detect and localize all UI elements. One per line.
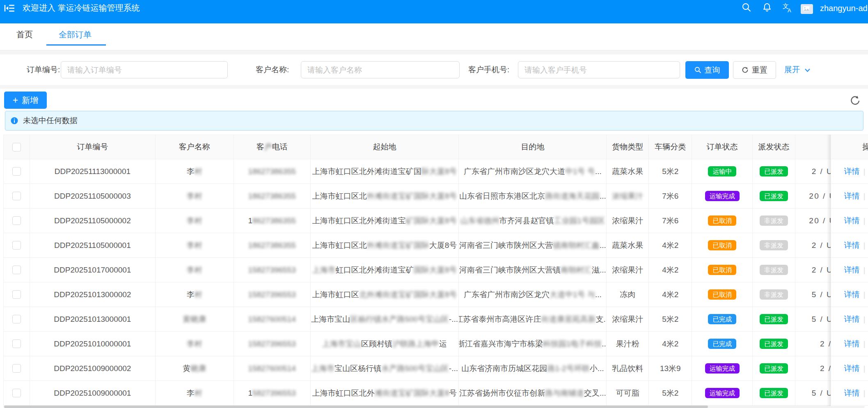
table-row: DDP20251013000001黄晓康15827600514上海市宝山区杨行镇… — [3, 307, 865, 332]
col-order-status: 订单状态 — [692, 135, 753, 159]
col-destination: 目的地 — [459, 135, 607, 159]
table-row: DDP20251010000001李村15827396553上海市宝山区顾村镇沪… — [3, 332, 865, 356]
cell-cargo-type: 乳品饮料 — [607, 356, 649, 380]
detail-link[interactable]: 详情 — [844, 289, 860, 300]
ops-divider: | — [863, 266, 866, 275]
detail-link[interactable]: 详情 — [844, 191, 860, 202]
cell-vehicle-class: 5米2 — [649, 307, 692, 331]
row-checkbox[interactable] — [12, 167, 21, 176]
dispatch-status-badge: 已派发 — [760, 363, 788, 374]
orders-table: 订单编号 客户名称 客户电话 起始地 目的地 货物类型 车辆分类 订单状态 派发… — [3, 135, 865, 406]
detail-link[interactable]: 详情 — [844, 388, 860, 399]
cell-destination: 浙江省嘉兴市海宁市栋梁科技园1电子科技... — [459, 332, 607, 356]
cell-vehicle-class: 4米2 — [649, 233, 692, 257]
background-gap-2 — [0, 85, 868, 89]
order-status-badge: 已取消 — [708, 215, 736, 226]
refresh-icon[interactable] — [850, 95, 861, 106]
add-button[interactable]: +新增 — [4, 92, 47, 109]
svg-text:A: A — [788, 7, 791, 14]
filter-label-customer-phone: 客户手机号: — [468, 55, 509, 85]
customer-name-input[interactable]: 请输入客户名称 — [301, 61, 460, 78]
cell-origin: 上海市虹口区北外滩街道宝矿国际大厦8号 — [311, 381, 459, 405]
detail-link[interactable]: 详情 — [844, 314, 860, 325]
ops-row: 详情|删除 — [831, 282, 868, 307]
ops-row: 详情|删除 — [831, 332, 868, 356]
expand-toggle[interactable]: 展开 — [784, 55, 811, 85]
order-status-badge: 运输中 — [708, 166, 736, 176]
row-checkbox[interactable] — [12, 315, 21, 323]
tab-home[interactable]: 首页 — [16, 23, 33, 46]
ops-row: 详情|删除 — [831, 381, 868, 406]
row-checkbox[interactable] — [12, 241, 21, 250]
username[interactable]: zhangyun-admin — [820, 0, 868, 16]
row-checkbox[interactable] — [12, 216, 21, 225]
row-checkbox[interactable] — [12, 192, 21, 200]
select-all-checkbox[interactable] — [12, 143, 21, 151]
ops-divider: | — [863, 192, 866, 201]
ops-divider: | — [863, 339, 866, 348]
detail-link[interactable]: 详情 — [844, 265, 860, 275]
cell-customer-phone: 15827600514 — [234, 307, 311, 331]
col-customer-name: 客户名称 — [156, 135, 234, 159]
cell-customer-name: 李村 — [156, 381, 234, 405]
row-checkbox[interactable] — [12, 266, 21, 274]
cell-customer-name: 李村 — [156, 332, 234, 356]
detail-link[interactable]: 详情 — [844, 240, 860, 251]
user-avatar[interactable] — [801, 4, 813, 14]
cell-order-no: DDP20251017000001 — [30, 258, 156, 282]
customer-phone-input[interactable]: 请输入客户手机号 — [518, 61, 680, 78]
cell-customer-phone: 15827600514 — [234, 356, 311, 380]
row-checkbox[interactable] — [12, 364, 21, 373]
search-button[interactable]: 查询 — [685, 61, 729, 79]
cell-destination: 河南省三门峡市陕州区大营镇南朝村汇鑫... — [459, 233, 607, 257]
cell-cargo-type: 浓缩果汁 — [607, 184, 649, 208]
filter-label-order-no: 订单编号: — [27, 55, 60, 85]
top-header-bar: 欢迎进入 掌运冷链运输管理系统 文A zhangyun-admin — [0, 0, 868, 23]
cell-destination: 广东省广州市南沙区龙穴大道中1号 号... — [459, 159, 607, 183]
cell-order-no: DDP20251013000001 — [30, 307, 156, 331]
reset-button[interactable]: 重置 — [733, 61, 776, 79]
cell-cargo-type: 浓缩果汁 — [607, 258, 649, 282]
tab-bar: 首页 全部订单 — [0, 23, 868, 50]
detail-link[interactable]: 详情 — [844, 166, 860, 177]
horizontal-scrollbar-thumb[interactable] — [4, 406, 708, 408]
order-no-input[interactable]: 请输入订单编号 — [61, 61, 228, 78]
cell-origin: 上海市宝山区杨行镇水产路500号宝山区-... — [311, 307, 459, 331]
cell-customer-name: 李村 — [156, 159, 234, 183]
notification-bell-icon[interactable] — [762, 2, 772, 13]
cell-order-no: DDP20251013000002 — [30, 282, 156, 307]
cell-vehicle-class: 5米2 — [649, 159, 692, 183]
col-cargo-type: 货物类型 — [607, 135, 649, 159]
cell-customer-name: 李村 — [156, 258, 234, 282]
tab-all-orders[interactable]: 全部订单 — [59, 23, 92, 46]
selection-alert: 未选中任何数据 — [5, 111, 863, 131]
cell-cargo-type: 冻肉 — [607, 282, 649, 307]
table-body: DDP20251113000001李村18627386355上海市虹口区北外滩街… — [3, 159, 865, 406]
select-all-checkbox-cell — [4, 135, 30, 159]
row-checkbox[interactable] — [12, 389, 21, 397]
horizontal-scrollbar-track[interactable] — [3, 406, 865, 408]
cell-order-no: DDP20251009000002 — [30, 356, 156, 380]
search-icon[interactable] — [741, 2, 752, 13]
ops-row: 详情|删除 — [831, 159, 868, 184]
menu-fold-icon[interactable] — [4, 5, 16, 12]
row-checkbox[interactable] — [12, 339, 21, 348]
ops-row: 详情|删除 — [831, 258, 868, 282]
cell-vehicle-class: 4米2 — [649, 258, 692, 282]
dispatch-status-badge: 已派发 — [760, 166, 788, 176]
table-row: DDP20251105000002李村18627386355上海市虹口区北外滩街… — [3, 209, 865, 233]
detail-link[interactable]: 详情 — [844, 363, 860, 374]
order-status-badge: 已取消 — [708, 289, 736, 300]
ops-divider: | — [863, 216, 866, 225]
detail-link[interactable]: 详情 — [844, 339, 860, 349]
translate-icon[interactable]: 文A — [782, 2, 793, 13]
cell-customer-phone: 18627386355 — [234, 233, 311, 257]
cell-order-no: DDP20251009000001 — [30, 381, 156, 405]
detail-link[interactable]: 详情 — [844, 215, 860, 226]
ops-divider: | — [863, 389, 866, 398]
table-header-row: 订单编号 客户名称 客户电话 起始地 目的地 货物类型 车辆分类 订单状态 派发… — [3, 135, 865, 159]
row-checkbox[interactable] — [12, 290, 21, 299]
col-dispatch-status: 派发状态 — [753, 135, 795, 159]
ops-row: 详情|删除 — [831, 307, 868, 332]
table-row: DDP20251105000003李村18627386355上海市虹口区北外滩街… — [3, 184, 865, 209]
